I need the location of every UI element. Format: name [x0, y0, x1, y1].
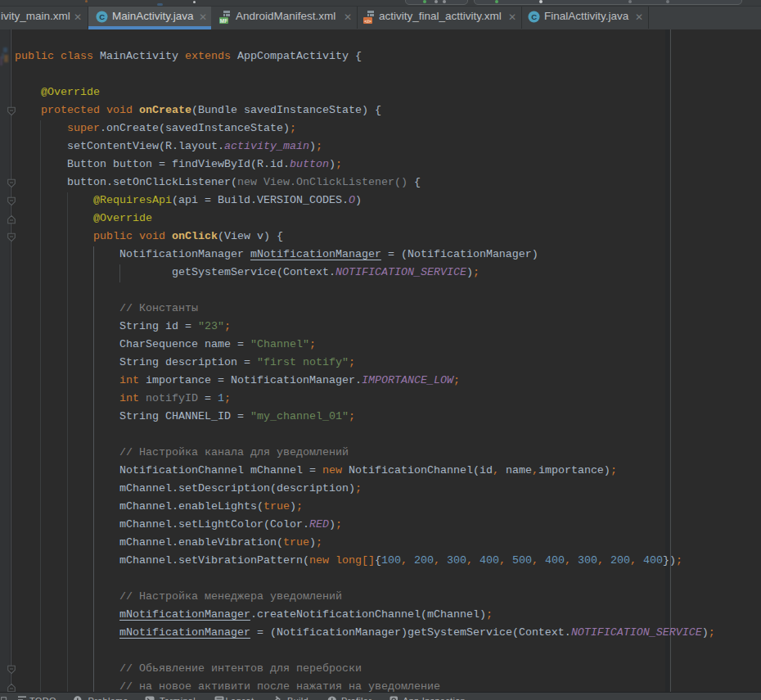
svg-text:C: C: [99, 12, 105, 21]
svg-text:C: C: [531, 12, 537, 21]
svg-text:MF: MF: [220, 18, 227, 24]
svg-text:</>: </>: [364, 19, 371, 24]
